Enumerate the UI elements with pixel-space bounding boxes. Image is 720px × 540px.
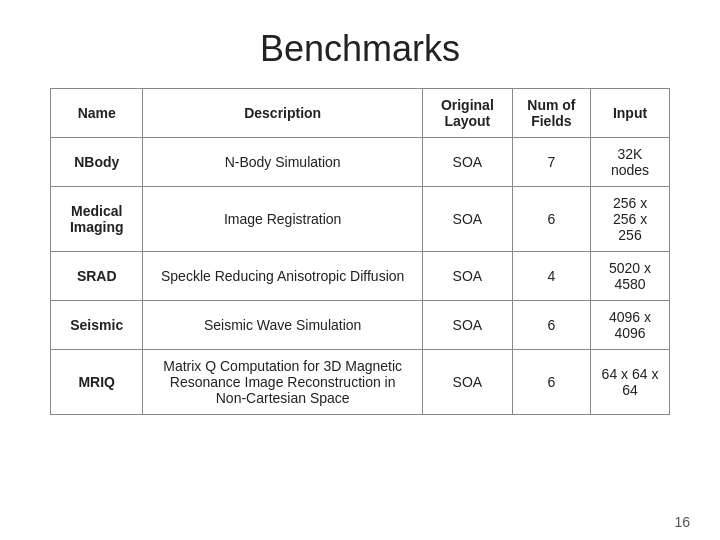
cell-description: Seismic Wave Simulation — [143, 301, 422, 350]
cell-input: 32K nodes — [591, 138, 670, 187]
col-header-input: Input — [591, 89, 670, 138]
cell-name: NBody — [51, 138, 143, 187]
cell-layout: SOA — [422, 252, 512, 301]
cell-name: Seismic — [51, 301, 143, 350]
cell-description: Matrix Q Computation for 3D Magnetic Res… — [143, 350, 422, 415]
table-row: Medical ImagingImage RegistrationSOA6256… — [51, 187, 670, 252]
page-number: 16 — [674, 514, 690, 530]
cell-num-fields: 4 — [512, 252, 590, 301]
benchmarks-table-container: Name Description Original Layout Num of … — [50, 88, 670, 415]
table-header-row: Name Description Original Layout Num of … — [51, 89, 670, 138]
benchmarks-table: Name Description Original Layout Num of … — [50, 88, 670, 415]
cell-num-fields: 6 — [512, 350, 590, 415]
cell-description: N-Body Simulation — [143, 138, 422, 187]
col-header-description: Description — [143, 89, 422, 138]
cell-layout: SOA — [422, 138, 512, 187]
cell-input: 4096 x 4096 — [591, 301, 670, 350]
col-header-name: Name — [51, 89, 143, 138]
table-row: MRIQMatrix Q Computation for 3D Magnetic… — [51, 350, 670, 415]
cell-input: 64 x 64 x 64 — [591, 350, 670, 415]
cell-description: Image Registration — [143, 187, 422, 252]
cell-layout: SOA — [422, 187, 512, 252]
cell-name: SRAD — [51, 252, 143, 301]
cell-name: Medical Imaging — [51, 187, 143, 252]
cell-input: 256 x 256 x 256 — [591, 187, 670, 252]
table-row: SeismicSeismic Wave SimulationSOA64096 x… — [51, 301, 670, 350]
cell-num-fields: 6 — [512, 187, 590, 252]
cell-input: 5020 x 4580 — [591, 252, 670, 301]
cell-layout: SOA — [422, 301, 512, 350]
cell-num-fields: 6 — [512, 301, 590, 350]
table-row: NBodyN-Body SimulationSOA732K nodes — [51, 138, 670, 187]
cell-layout: SOA — [422, 350, 512, 415]
table-row: SRADSpeckle Reducing Anisotropic Diffusi… — [51, 252, 670, 301]
cell-num-fields: 7 — [512, 138, 590, 187]
col-header-layout: Original Layout — [422, 89, 512, 138]
cell-name: MRIQ — [51, 350, 143, 415]
page-title: Benchmarks — [0, 0, 720, 88]
col-header-fields: Num of Fields — [512, 89, 590, 138]
cell-description: Speckle Reducing Anisotropic Diffusion — [143, 252, 422, 301]
